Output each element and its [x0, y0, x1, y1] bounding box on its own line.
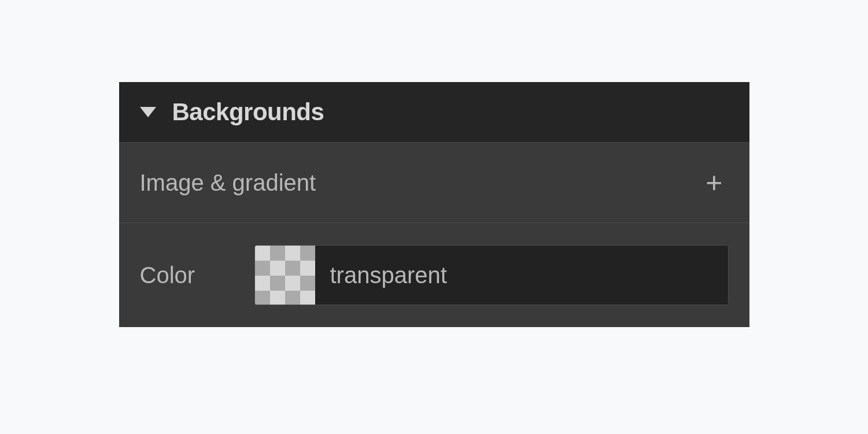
- color-input-wrap: [254, 245, 729, 305]
- panel-header[interactable]: Backgrounds: [119, 82, 749, 143]
- panel-title: Backgrounds: [172, 98, 324, 126]
- color-swatch-button[interactable]: [255, 246, 315, 305]
- color-value-input[interactable]: [315, 246, 728, 305]
- color-row: Color: [119, 223, 749, 327]
- image-gradient-label: Image & gradient: [140, 170, 316, 196]
- backgrounds-panel: Backgrounds Image & gradient + Color: [119, 82, 749, 327]
- color-label: Color: [140, 262, 215, 288]
- add-image-gradient-button[interactable]: +: [706, 168, 722, 197]
- disclosure-triangle-icon[interactable]: [140, 107, 156, 117]
- image-gradient-row: Image & gradient +: [119, 143, 749, 223]
